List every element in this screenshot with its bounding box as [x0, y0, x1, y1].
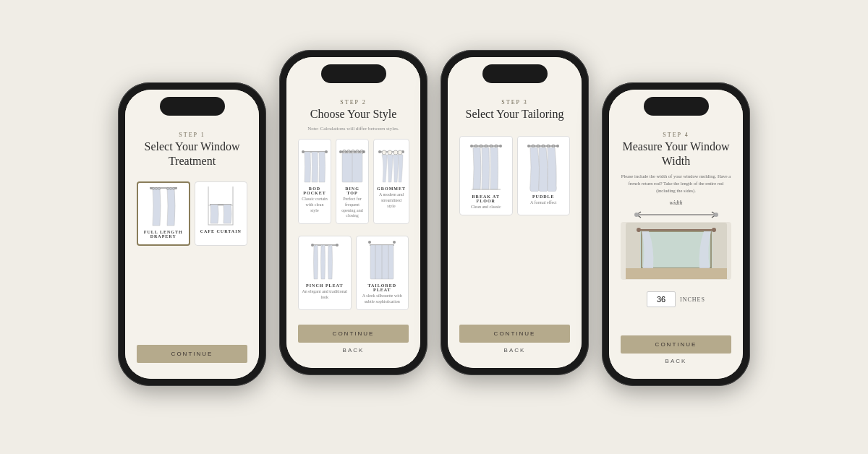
phone-2-screen: STEP 2 Choose Your Style Note: Calculati… [286, 57, 420, 368]
tailored-pleat-desc: A sleek silhouette with subtle sophistic… [359, 294, 406, 305]
phone-1-screen: STEP 1 Select Your Window Treatment [125, 90, 259, 379]
phone-2-step-note: Note: Calculations will differ between s… [298, 126, 409, 132]
svg-point-13 [302, 150, 305, 153]
pinch-pleat-img [302, 241, 348, 280]
width-diagram: width [621, 200, 731, 280]
option-break-at-floor[interactable]: BREAK AT FLOOR Clean and classic [459, 136, 513, 215]
pinch-pleat-desc: An elegant and traditional look [302, 289, 348, 301]
phone-3-screen: STEP 3 Select Your Tailoring [448, 57, 582, 368]
phone-4-step-label: STEP 4 [621, 132, 731, 138]
phone-3-step-label: STEP 3 [459, 99, 570, 106]
width-arrow-svg [629, 207, 723, 222]
svg-point-43 [470, 145, 473, 147]
rod-pocket-img [302, 144, 328, 184]
inches-label: INCHES [680, 296, 705, 303]
break-at-floor-desc: Clean and classic [471, 205, 501, 210]
svg-point-52 [527, 145, 530, 147]
phone-1: STEP 1 Select Your Window Treatment [118, 82, 266, 386]
room-scene-svg [626, 223, 727, 279]
option-tailored-pleat[interactable]: TAILORED PLEAT A sleek silhouette with s… [356, 236, 409, 310]
grommet-desc: A modern and streamlined style [377, 192, 406, 209]
width-label: width [670, 200, 683, 206]
ring-top-icon [339, 147, 365, 184]
option-full-length[interactable]: FULL LENGTH DRAPERY [137, 181, 190, 246]
phone-2-step-label: STEP 2 [298, 99, 409, 106]
phone-2-dynamic-island [321, 64, 386, 83]
tailored-pleat-img [359, 241, 406, 280]
break-at-floor-img [463, 141, 509, 192]
phone-4: STEP 4 Measure Your Window Width Please … [602, 82, 750, 386]
full-length-img [141, 187, 186, 227]
cafe-curtain-img [198, 187, 244, 226]
full-length-label: FULL LENGTH DRAPERY [141, 230, 186, 239]
phone-1-continue-btn[interactable]: CONTINUE [137, 345, 247, 363]
rod-pocket-label: ROD POCKET [302, 187, 328, 195]
phone-4-continue-btn[interactable]: CONTINUE [621, 335, 731, 354]
measurement-room-img [621, 222, 731, 280]
svg-point-29 [388, 150, 392, 155]
option-ring-top[interactable]: RING TOP Perfect for frequent opening an… [336, 139, 369, 224]
svg-point-14 [325, 150, 328, 153]
pinch-pleat-label: PINCH PLEAT [306, 283, 343, 288]
phone-4-screen: STEP 4 Measure Your Window Width Please … [609, 90, 743, 379]
rod-pocket-icon [302, 147, 328, 184]
break-at-floor-label: BREAK AT FLOOR [463, 194, 509, 203]
puddle-img [521, 141, 567, 192]
tailored-pleat-label: TAILORED PLEAT [359, 283, 406, 292]
option-grommet[interactable]: GROMMET A modern and streamlined style [373, 139, 409, 224]
phone-4-back-btn[interactable]: BACK [665, 358, 687, 364]
grommet-label: GROMMET [377, 187, 406, 191]
svg-point-16 [339, 150, 342, 153]
phone-2-step-title: Choose Your Style [298, 107, 409, 121]
phone-3-back-btn[interactable]: BACK [504, 347, 526, 354]
svg-point-34 [336, 244, 339, 247]
phone-1-step-label: STEP 1 [137, 132, 247, 138]
option-rod-pocket[interactable]: ROD POCKET Classic curtain with clean st… [298, 139, 331, 224]
ring-top-desc: Perfect for frequent opening and closing [339, 197, 365, 219]
ring-top-img [339, 144, 365, 184]
phone-1-options: FULL LENGTH DRAPERY [137, 181, 247, 246]
width-input[interactable] [647, 291, 676, 307]
tailored-pleat-icon [368, 241, 396, 280]
ring-top-label: RING TOP [339, 187, 365, 195]
full-length-curtain-icon [150, 187, 177, 227]
phone-1-dynamic-island [160, 97, 225, 116]
svg-point-36 [368, 241, 371, 244]
svg-point-26 [378, 150, 381, 153]
phone-4-dynamic-island [644, 97, 709, 116]
puddle-icon [527, 142, 559, 192]
puddle-label: PUDDLE [532, 194, 555, 199]
phone-3: STEP 3 Select Your Tailoring [441, 50, 589, 375]
svg-point-61 [714, 213, 718, 217]
phone-2-continue-btn[interactable]: CONTINUE [298, 325, 409, 343]
svg-point-37 [393, 241, 396, 244]
svg-point-67 [712, 228, 716, 232]
svg-point-31 [398, 150, 402, 155]
phone-3-dynamic-island [482, 64, 548, 83]
measurement-input-row: INCHES [647, 291, 705, 307]
phone-2-bottom-options: PINCH PLEAT An elegant and traditional l… [298, 236, 409, 310]
phone-1-step-title: Select Your Window Treatment [137, 140, 247, 168]
phone-2: STEP 2 Choose Your Style Note: Calculati… [279, 50, 427, 375]
grommet-img [377, 144, 406, 184]
svg-point-60 [634, 213, 639, 217]
phone-3-continue-btn[interactable]: CONTINUE [459, 325, 570, 343]
phone-3-options: BREAK AT FLOOR Clean and classic [459, 136, 570, 215]
svg-point-66 [637, 228, 641, 232]
grommet-icon [378, 147, 404, 184]
svg-point-53 [556, 145, 559, 147]
cafe-curtain-icon [207, 187, 234, 226]
rod-pocket-desc: Classic curtain with clean style [302, 197, 328, 213]
break-at-floor-icon [470, 142, 502, 192]
svg-point-28 [382, 150, 386, 155]
option-cafe-curtain[interactable]: CAFE CURTAIN [195, 181, 248, 246]
svg-point-33 [311, 244, 314, 247]
option-pinch-pleat[interactable]: PINCH PLEAT An elegant and traditional l… [298, 236, 352, 310]
svg-rect-68 [626, 268, 727, 279]
option-puddle[interactable]: PUDDLE A formal effect [517, 136, 571, 215]
phone-4-step-title: Measure Your Window Width [621, 140, 731, 168]
svg-point-30 [393, 150, 398, 155]
phone-2-top-options: ROD POCKET Classic curtain with clean st… [298, 139, 409, 224]
phone-2-back-btn[interactable]: BACK [343, 347, 365, 354]
pinch-pleat-icon [311, 241, 339, 280]
